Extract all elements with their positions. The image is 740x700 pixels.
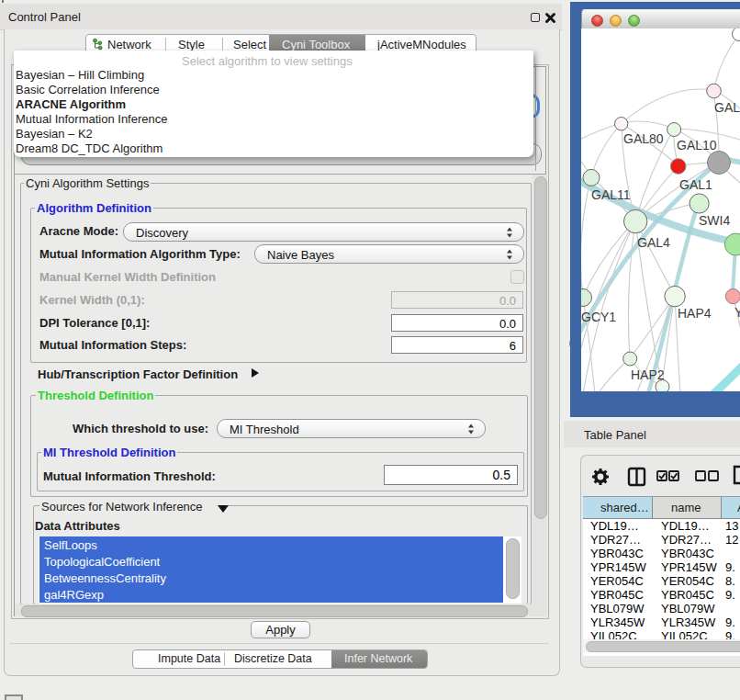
svg-text:HAP2: HAP2 xyxy=(631,367,665,382)
svg-text:GAL11: GAL11 xyxy=(591,187,631,202)
svg-text:GAL1: GAL1 xyxy=(679,177,712,192)
svg-text:Y: Y xyxy=(734,305,740,320)
svg-text:HAP4: HAP4 xyxy=(678,306,712,321)
svg-text:GAL80: GAL80 xyxy=(623,131,664,146)
svg-text:GAL7: GAL7 xyxy=(714,100,740,115)
svg-text:SWI4: SWI4 xyxy=(699,213,730,228)
svg-text:GCY1: GCY1 xyxy=(581,310,616,324)
svg-text:GAL10: GAL10 xyxy=(677,138,717,152)
svg-text:GAL4: GAL4 xyxy=(637,235,670,250)
